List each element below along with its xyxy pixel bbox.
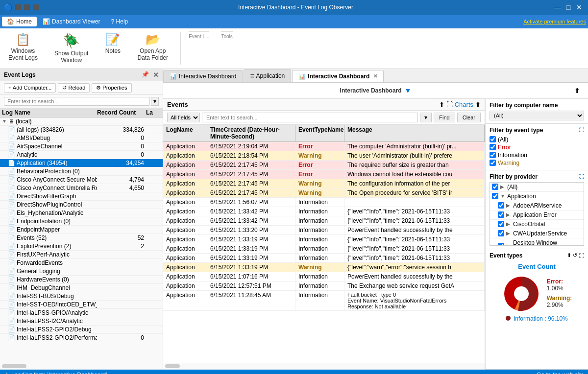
event-row-10[interactable]: Application 6/15/2021 1:33:20 PM Informa…	[163, 226, 485, 235]
events-clear-btn[interactable]: Clear	[457, 113, 481, 122]
tab-interactive-dashboard-1[interactable]: 📊 Interactive Dashboard	[163, 70, 243, 82]
log-item-local[interactable]: ▼ 🖥 (local)	[0, 117, 163, 126]
log-item-behavioral[interactable]: 📄BehavioralProtection (0)	[0, 167, 163, 176]
log-item-amsi[interactable]: 📄AMSI/Debug 0	[0, 134, 163, 142]
filter-information-input[interactable]	[490, 152, 496, 158]
menu-dashboard-viewer[interactable]: 📊 Dashboard Viewer	[38, 17, 105, 26]
log-item-analytic[interactable]: 📄Analytic 0	[0, 151, 163, 159]
event-row-2[interactable]: Application 6/15/2021 2:18:54 PM Warning…	[163, 151, 485, 161]
menu-help[interactable]: ? Help	[106, 17, 133, 26]
provider-adobe-arm-checkbox[interactable]	[498, 202, 504, 209]
events-expand-btn[interactable]: ⛶	[446, 101, 453, 108]
event-row-6[interactable]: Application 6/15/2021 2:17:45 PM Warning…	[163, 188, 485, 198]
log-item-endpoint-mapper[interactable]: 📄EndpointMapper	[0, 226, 163, 234]
charts-export-btn[interactable]: ⬆	[475, 101, 481, 108]
log-item-endpoint-isolation[interactable]: 📄EndpointIsolation (0)	[0, 217, 163, 226]
event-types-export-btn[interactable]: ⬆	[567, 252, 571, 258]
log-item-directshow-fg[interactable]: 📄DirectShowFilterGraph	[0, 192, 163, 201]
window-controls[interactable]: — □ ✕	[553, 2, 584, 12]
log-item-intel-gpio-analytic[interactable]: 📄Intel-iaLPSS-GPIO/Analytic	[0, 309, 163, 317]
panel-pin-icon[interactable]: 📌	[142, 71, 149, 79]
filter-information-checkbox[interactable]: Information	[490, 151, 584, 159]
provider-adobe-arm[interactable]: ▶ AdobeARMservice	[490, 201, 584, 210]
log-search-btn[interactable]: ▾	[151, 97, 159, 106]
provider-desktop-window[interactable]: ▶ Desktop Window Manager	[490, 238, 584, 246]
log-item-firstux[interactable]: 📄FirstUXPerf-Analytic	[0, 251, 163, 259]
dashboard-export-btn[interactable]: ⬆	[574, 87, 580, 94]
log-item-intel-gpio2-perf[interactable]: 📄Intel-iaLPSS2-GPIO2/Performance 0	[0, 334, 163, 342]
provider-all[interactable]: ▶ (All)	[490, 183, 584, 192]
add-computer-btn[interactable]: + Add Computer...	[4, 83, 56, 93]
event-row-14[interactable]: Application 6/15/2021 1:33:19 PM Warning…	[163, 263, 485, 272]
provider-application[interactable]: ▼ Application	[490, 192, 584, 201]
event-row-7[interactable]: Application 6/15/2021 1:56:07 PM Informa…	[163, 198, 485, 207]
event-types-expand-btn[interactable]: ⛶	[579, 252, 584, 258]
provider-app-error-checkbox[interactable]	[498, 211, 504, 218]
events-find-btn[interactable]: Find	[434, 113, 455, 122]
status-web-link[interactable]: Go to the web site	[537, 372, 584, 374]
filter-provider-expand-btn[interactable]: ⛶	[579, 174, 584, 179]
log-item-general[interactable]: 📄General Logging	[0, 267, 163, 276]
tab-application[interactable]: ≡ Application	[244, 69, 291, 82]
log-item-exploit[interactable]: 📄ExploitPrevention (2) 2	[0, 242, 163, 251]
event-row-17[interactable]: Application 6/15/2021 11:28:45 AM Inform…	[163, 291, 485, 311]
filter-all-checkbox[interactable]: (All)	[490, 136, 584, 143]
event-row-5[interactable]: Application 6/15/2021 2:17:45 PM Warning…	[163, 179, 485, 188]
log-item-cisco-umbrella[interactable]: 📄Cisco AnyConnect Umbrella Roa... 4,650	[0, 184, 163, 192]
log-item-events-52[interactable]: 📄Events (52) 52	[0, 234, 163, 242]
log-item-els[interactable]: 📄Els_Hyphenation/Analytic	[0, 209, 163, 217]
provider-application-checkbox[interactable]	[492, 193, 498, 199]
log-item-intel-gpio2-debug[interactable]: 📄Intel-iaLPSS2-GPIO2/Debug	[0, 326, 163, 334]
provider-cwa-updater[interactable]: ▶ CWAUpdaterService	[490, 229, 584, 238]
event-row-15[interactable]: Application 6/15/2021 1:07:16 PM Informa…	[163, 272, 485, 281]
log-item-intel-i2c[interactable]: 📄Intel-iaLPSS-I2C/Analytic	[0, 317, 163, 326]
log-item-cisco-secure[interactable]: 📄Cisco AnyConnect Secure Mobilit... 4,79…	[0, 176, 163, 184]
event-row-8[interactable]: Application 6/15/2021 1:33:42 PM Informa…	[163, 207, 485, 216]
charts-title[interactable]: Charts	[455, 101, 473, 108]
open-app-data-folder-btn[interactable]: 📂 Open AppData Folder	[133, 30, 172, 64]
provider-all-checkbox[interactable]	[492, 184, 498, 190]
events-search-input[interactable]	[202, 113, 418, 122]
event-row-3[interactable]: Application 6/15/2021 2:17:45 PM Error T…	[163, 161, 485, 170]
log-item-ihm[interactable]: 📄IHM_DebugChannel	[0, 284, 163, 292]
menu-home[interactable]: 🏠 Home	[2, 17, 37, 26]
filter-error-input[interactable]	[490, 144, 496, 150]
event-row-4[interactable]: Application 6/15/2021 2:17:45 PM Error W…	[163, 170, 485, 179]
log-item-intel-sst-oed[interactable]: 📄Intel-SST-OED/IntcOED_ETW_D...	[0, 301, 163, 309]
log-item-application[interactable]: 📄Application (34954) 34,954	[0, 159, 163, 167]
events-search-dropdown[interactable]: All fields	[167, 113, 200, 122]
log-item-hardware[interactable]: 📄HardwareEvents (0)	[0, 276, 163, 284]
provider-desktop-checkbox[interactable]	[498, 243, 504, 246]
log-item-intel-sst-bus[interactable]: 📄Intel-SST-BUS/Debug	[0, 292, 163, 301]
log-item-directshow-pc[interactable]: 📄DirectShowPluginControl	[0, 201, 163, 209]
close-btn[interactable]: ✕	[574, 2, 584, 12]
event-row-11[interactable]: Application 6/15/2021 1:33:19 PM Informa…	[163, 235, 485, 244]
events-search-dropdown-btn[interactable]: ▾	[420, 113, 432, 122]
panel-close-icon[interactable]: ✕	[153, 71, 159, 79]
filter-eventtype-expand-btn[interactable]: ⛶	[579, 127, 584, 133]
filter-all-input[interactable]	[490, 136, 496, 142]
filter-computer-select[interactable]: (All)	[490, 111, 584, 120]
provider-cwa-checkbox[interactable]	[498, 230, 504, 236]
properties-btn[interactable]: ⚙ Properties	[92, 83, 131, 93]
event-row-1[interactable]: Application 6/15/2021 2:19:04 PM Error T…	[163, 142, 485, 151]
log-item-all-logs[interactable]: 📄 (all logs) (334826) 334,826	[0, 126, 163, 134]
event-row-12[interactable]: Application 6/15/2021 1:33:19 PM Informa…	[163, 244, 485, 254]
notes-btn[interactable]: 📝 Notes	[100, 30, 125, 57]
filter-warning-input[interactable]	[490, 160, 496, 166]
filter-warning-checkbox[interactable]: Warning	[490, 159, 584, 167]
event-types-rotate-btn[interactable]: ↺	[573, 252, 577, 258]
event-row-9[interactable]: Application 6/15/2021 1:33:42 PM Informa…	[163, 216, 485, 226]
provider-cisco-orbital-checkbox[interactable]	[498, 221, 504, 227]
log-item-airspace[interactable]: 📄AirSpaceChannel 0	[0, 142, 163, 151]
log-search-input[interactable]	[4, 97, 150, 106]
minimize-btn[interactable]: —	[553, 2, 563, 12]
event-row-13[interactable]: Application 6/15/2021 1:33:19 PM Informa…	[163, 254, 485, 263]
log-list-hscroll[interactable]	[0, 363, 163, 370]
activate-premium-link[interactable]: Activate premium features	[523, 19, 586, 24]
events-export-btn[interactable]: ⬆	[439, 101, 444, 108]
reload-btn[interactable]: ↺ Reload	[58, 83, 90, 93]
provider-cisco-orbital[interactable]: ▶ CiscoOrbital	[490, 220, 584, 229]
log-item-forwarded[interactable]: 📄ForwardedEvents	[0, 259, 163, 267]
filter-error-checkbox[interactable]: Error	[490, 143, 584, 151]
